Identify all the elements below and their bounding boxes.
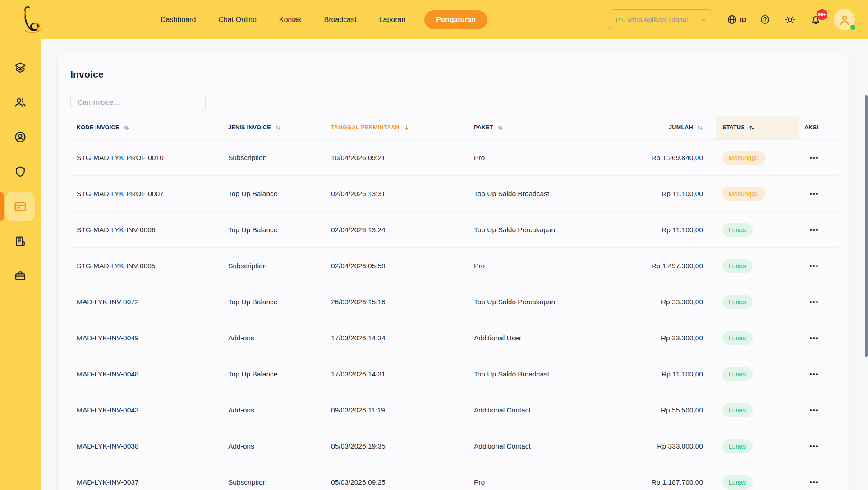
invoice-code-cell: MAD-LYK-INV-0048 (70, 370, 228, 378)
column-header-status[interactable]: STATUS (703, 124, 804, 131)
invoice-table: KODE INVOICE JENIS INVOICE TANGGAL PERMI… (70, 116, 837, 490)
request-date-cell: 02/04/2026 13:24 (331, 226, 474, 234)
sidebar-item-workspace[interactable] (5, 261, 35, 291)
sidebar-item-layers[interactable] (5, 53, 35, 82)
invoice-code-cell: MAD-LYK-INV-0072 (70, 298, 228, 306)
status-badge: Lunas (722, 259, 753, 273)
table-row[interactable]: STG-MAD-LYK-INV-0006 Top Up Balance 02/0… (70, 211, 837, 247)
column-header-paket[interactable]: PAKET (474, 124, 616, 131)
invoice-code-cell: STG-MAD-LYK-PROF-0007 (70, 190, 228, 198)
status-badge: Lunas (722, 439, 753, 453)
column-label: JUMLAH (669, 124, 693, 131)
package-cell: Pro (474, 478, 616, 486)
row-actions-button[interactable] (809, 190, 819, 197)
row-actions-button[interactable] (809, 371, 819, 378)
invoice-type-cell: Top Up Balance (228, 226, 331, 234)
sidebar-item-billing[interactable] (5, 192, 35, 221)
invoice-code-cell: MAD-LYK-INV-0043 (70, 406, 228, 414)
notification-badge: 99+ (817, 9, 827, 20)
row-actions-button[interactable] (809, 407, 819, 414)
page-title: Invoice (70, 69, 836, 80)
sidebar-item-agents[interactable] (5, 122, 35, 152)
topbar: Dashboard Chat Online Kontak Broadcast L… (0, 0, 868, 39)
row-actions-button[interactable] (809, 334, 819, 342)
invoice-type-cell: Add-ons (228, 334, 331, 342)
invoice-code-cell: MAD-LYK-INV-0037 (70, 478, 228, 486)
language-selector[interactable]: ID (727, 14, 746, 25)
request-date-cell: 02/04/2026 05:58 (331, 262, 474, 270)
column-header-tanggal-permintaan[interactable]: TANGGAL PERMINTAAN (331, 124, 474, 131)
request-date-cell: 05/03/2026 19:35 (331, 442, 474, 450)
table-row[interactable]: STG-MAD-LYK-INV-0005 Subscription 02/04/… (70, 247, 837, 284)
invoice-type-cell: Top Up Balance (228, 190, 331, 198)
invoice-doc-icon (14, 235, 27, 247)
table-row[interactable]: MAD-LYK-INV-0072 Top Up Balance 26/03/20… (70, 284, 837, 320)
invoice-type-cell: Subscription (228, 262, 331, 270)
table-row[interactable]: MAD-LYK-INV-0038 Add-ons 05/03/2026 19:3… (70, 428, 837, 464)
invoice-code-cell: STG-MAD-LYK-PROF-0010 (70, 154, 228, 162)
row-actions-button[interactable] (809, 298, 819, 306)
row-actions-button[interactable] (809, 443, 819, 450)
scrollbar[interactable] (865, 95, 868, 357)
table-row[interactable]: MAD-LYK-INV-0049 Add-ons 17/03/2026 14:3… (70, 320, 837, 356)
status-badge: Lunas (722, 403, 753, 417)
main-nav: Dashboard Chat Online Kontak Broadcast L… (161, 0, 487, 39)
nav-laporan[interactable]: Laporan (379, 16, 406, 24)
column-header-kode-invoice[interactable]: KODE INVOICE (70, 124, 228, 131)
nav-kontak[interactable]: Kontak (279, 16, 302, 24)
invoice-type-cell: Subscription (228, 478, 331, 486)
column-header-jenis-invoice[interactable]: JENIS INVOICE (228, 124, 331, 131)
table-row[interactable]: MAD-LYK-INV-0037 Subscription 05/03/2026… (70, 464, 837, 490)
invoice-type-cell: Subscription (228, 154, 331, 162)
search-input[interactable] (70, 92, 206, 112)
package-cell: Top Up Saldo Percakapan (474, 298, 616, 306)
logo[interactable] (18, 5, 46, 35)
users-icon (14, 96, 27, 109)
sidebar-item-invoices[interactable] (5, 226, 35, 256)
topbar-right-cluster: PT. Mitra Aplikasi Digital ID (609, 0, 855, 39)
theme-toggle-button[interactable] (785, 14, 795, 25)
table-row[interactable]: STG-MAD-LYK-PROF-0007 Top Up Balance 02/… (70, 175, 837, 211)
invoice-code-cell: MAD-LYK-INV-0049 (70, 334, 228, 342)
status-badge: Lunas (722, 475, 753, 490)
sidebar-item-security[interactable] (5, 157, 35, 187)
amount-cell: Rp 1.187.700,00 (616, 478, 703, 486)
request-date-cell: 26/03/2026 15:16 (331, 298, 474, 306)
amount-cell: Rp 11.100,00 (616, 226, 703, 234)
nav-broadcast[interactable]: Broadcast (324, 16, 357, 24)
main-content: Invoice KODE INVOICE JENIS INVOICE (41, 39, 868, 490)
column-label: TANGGAL PERMINTAAN (331, 124, 400, 131)
package-cell: Top Up Saldo Broadcast (474, 190, 616, 198)
status-badge: Lunas (722, 331, 753, 345)
row-actions-button[interactable] (809, 479, 819, 486)
nav-chat-online[interactable]: Chat Online (218, 16, 257, 24)
row-actions-button[interactable] (809, 226, 819, 234)
amount-cell: Rp 33.300,00 (616, 334, 703, 342)
online-status-dot (850, 25, 855, 30)
status-badge: Lunas (722, 295, 753, 309)
column-header-jumlah[interactable]: JUMLAH (616, 124, 703, 131)
sidebar-item-contacts[interactable] (5, 87, 35, 117)
company-selector[interactable]: PT. Mitra Aplikasi Digital (609, 9, 713, 30)
column-label: JENIS INVOICE (228, 124, 271, 131)
nav-dashboard[interactable]: Dashboard (161, 16, 196, 24)
request-date-cell: 02/04/2026 13:31 (331, 190, 474, 198)
status-badge: Lunas (722, 367, 753, 381)
row-actions-button[interactable] (809, 154, 819, 161)
shield-icon (14, 165, 27, 178)
request-date-cell: 17/03/2026 14:34 (331, 334, 474, 342)
help-button[interactable] (760, 14, 770, 25)
notifications-button[interactable]: 99+ (810, 14, 822, 26)
pengaturan-button[interactable]: Pengaturan (424, 10, 487, 29)
help-icon (760, 14, 770, 25)
table-row[interactable]: STG-MAD-LYK-PROF-0010 Subscription 10/04… (70, 139, 837, 175)
avatar[interactable] (834, 9, 855, 30)
table-row[interactable]: MAD-LYK-INV-0048 Top Up Balance 17/03/20… (70, 356, 837, 392)
row-actions-button[interactable] (809, 262, 819, 270)
table-row[interactable]: MAD-LYK-INV-0043 Add-ons 09/03/2026 11:1… (70, 392, 837, 428)
amount-cell: Rp 1.269.840,00 (616, 154, 703, 162)
invoice-type-cell: Add-ons (228, 406, 331, 414)
invoice-type-cell: Top Up Balance (228, 298, 331, 306)
layers-icon (14, 61, 27, 74)
package-cell: Top Up Saldo Broadcast (474, 370, 616, 378)
